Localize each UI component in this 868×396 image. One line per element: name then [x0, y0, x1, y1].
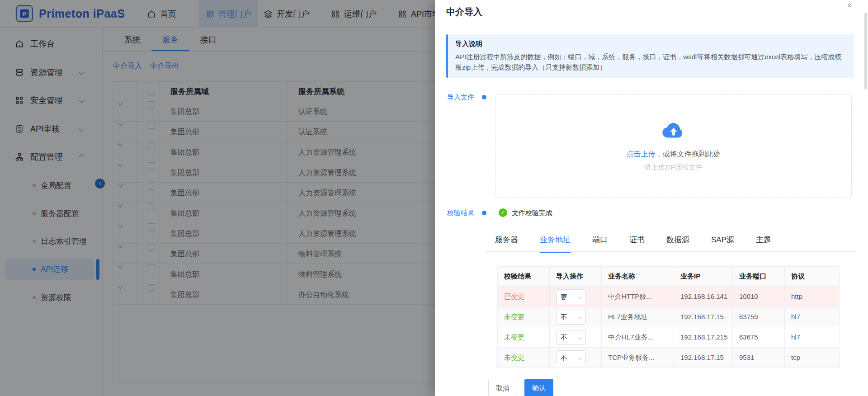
cell-ip: 192.168.17.215	[674, 327, 733, 347]
click-upload-link[interactable]: 点击上传	[627, 150, 656, 158]
chevron-down-icon	[578, 295, 583, 299]
import-action-select[interactable]: 不	[556, 350, 586, 365]
cell-port: 9531	[733, 348, 785, 368]
chevron-down-icon	[578, 356, 583, 360]
step-connector	[484, 102, 484, 208]
cell-name: 中介HTTP服...	[602, 287, 674, 306]
cell-name: 中介HL7业务...	[602, 327, 674, 347]
cell-protocol: hl7	[785, 327, 839, 347]
drawer-title: 中介导入	[446, 6, 482, 18]
tab-sap-source[interactable]: SAP源	[711, 235, 734, 253]
confirm-button[interactable]: 确认	[524, 379, 553, 396]
table-row: 未变更 不 中介HL7业务... 192.168.17.215 63675 hl…	[498, 327, 839, 347]
cell-result: 已变更	[498, 287, 550, 306]
col-header-ip: 业务IP	[674, 267, 733, 286]
col-header-action: 导入操作	[550, 267, 602, 286]
table-header-row: 校验结果 导入操作 业务名称 业务IP 业务端口 协议	[498, 267, 839, 286]
table-row: 未变更 不 TCP业务服务... 192.168.17.15 9531 tcp	[498, 347, 839, 368]
cell-port: 10010	[733, 287, 785, 306]
tabs-divider	[485, 251, 855, 252]
drawer-scrollbar[interactable]	[864, 13, 867, 90]
cell-ip: 192.168.17.15	[674, 307, 733, 327]
notice-body: API注册过程中所涉及的数据，例如：端口，域，系统，服务，接口，证书，wsdl等…	[455, 52, 848, 72]
import-file-label: 导入文件	[447, 93, 474, 102]
tab-topic[interactable]: 主题	[756, 235, 771, 253]
cell-protocol: http	[785, 287, 839, 306]
cell-port: 63759	[733, 307, 785, 327]
table-row: 已变更 更 中介HTTP服... 192.168.16.141 10010 ht…	[498, 286, 839, 306]
step-dot-icon	[482, 95, 486, 99]
upload-main-text: 点击上传，或将文件拖到此处	[495, 150, 851, 159]
col-header-result: 校验结果	[498, 267, 550, 286]
import-drawer: × 中介导入 导入说明 API注册过程中所涉及的数据，例如：端口，域，系统，服务…	[435, 0, 868, 396]
upload-hint: 请上传ZIP压缩文件	[495, 163, 851, 172]
app-root: P Primeton iPaaS 首页 管理门户 开发门户 运维门户 API市场…	[0, 0, 868, 396]
cancel-button[interactable]: 取消	[488, 379, 517, 396]
cloud-upload-icon	[495, 122, 851, 142]
import-action-select[interactable]: 不	[556, 330, 586, 345]
step-dot-icon	[482, 211, 486, 215]
import-action-select[interactable]: 不	[556, 310, 586, 325]
tab-datasource[interactable]: 数据源	[666, 235, 689, 253]
check-circle-icon: ✓	[499, 208, 507, 217]
cell-ip: 192.168.17.15	[674, 348, 733, 368]
cell-result: 未变更	[498, 327, 550, 347]
cell-name: HL7业务地址	[602, 307, 674, 327]
notice-title: 导入说明	[455, 40, 846, 48]
cell-port: 63675	[733, 327, 785, 347]
validation-status: 文件校验完成	[512, 209, 552, 217]
tab-certificate[interactable]: 证书	[629, 235, 645, 253]
cell-result: 未变更	[498, 307, 550, 327]
cell-protocol: hl7	[785, 307, 839, 327]
validation-tabs: 服务器 业务地址 端口 证书 数据源 SAP源 主题	[495, 235, 771, 253]
chevron-down-icon	[578, 315, 583, 320]
cell-name: TCP业务服务...	[602, 348, 674, 368]
chevron-down-icon	[578, 335, 583, 340]
col-header-protocol: 协议	[785, 267, 839, 286]
validation-table: 校验结果 导入操作 业务名称 业务IP 业务端口 协议 已变更 更 中介HTTP…	[497, 266, 840, 368]
col-header-port: 业务端口	[733, 267, 785, 286]
tab-port[interactable]: 端口	[592, 235, 608, 253]
import-notice: 导入说明 API注册过程中所涉及的数据，例如：端口，域，系统，服务，接口，证书，…	[446, 34, 854, 78]
close-icon[interactable]: ×	[847, 1, 852, 10]
validation-label: 校验结果	[447, 209, 474, 217]
table-row: 未变更 不 HL7业务地址 192.168.17.15 63759 hl7	[498, 306, 839, 327]
col-header-name: 业务名称	[602, 267, 674, 286]
cell-ip: 192.168.16.141	[674, 287, 733, 306]
tab-server[interactable]: 服务器	[495, 235, 518, 253]
cell-result: 未变更	[498, 348, 550, 368]
cell-protocol: tcp	[785, 348, 839, 368]
upload-dropzone[interactable]: 点击上传，或将文件拖到此处 请上传ZIP压缩文件	[495, 94, 852, 198]
import-action-select[interactable]: 更	[556, 289, 586, 304]
tab-business-address[interactable]: 业务地址	[540, 235, 571, 253]
